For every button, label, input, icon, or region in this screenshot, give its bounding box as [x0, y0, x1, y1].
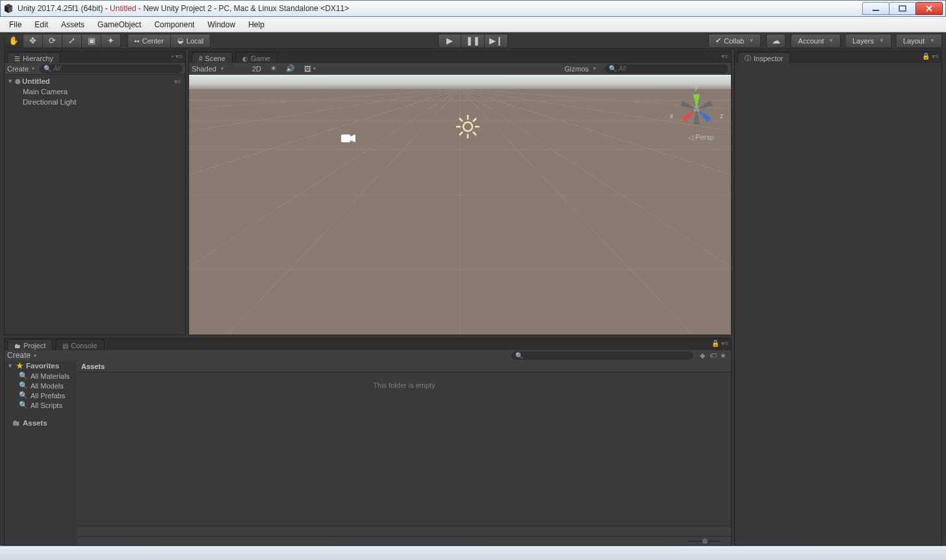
combined-icon: ✦: [107, 36, 114, 45]
scene-row[interactable]: ▼ ⬣ Untitled ▾≡: [5, 76, 185, 86]
filter-by-label-button[interactable]: 🏷: [708, 351, 718, 359]
search-placeholder: All: [53, 65, 60, 72]
hierarchy-item-light[interactable]: Directional Light: [5, 97, 185, 107]
audio-icon: 🔊: [286, 64, 295, 72]
scene-search-input[interactable]: 🔍All: [605, 64, 728, 73]
camera-gizmo-icon[interactable]: [341, 133, 355, 144]
unity-scene-icon: ⬣: [15, 78, 21, 85]
window-titlebar: Unity 2017.4.25f1 (64bit) - Untitled - N…: [0, 0, 946, 17]
fx-dropdown[interactable]: 🖼▾: [304, 65, 316, 73]
menu-component[interactable]: Component: [149, 19, 199, 31]
menu-help[interactable]: Help: [243, 19, 270, 31]
layout-label: Layout: [903, 37, 925, 45]
scale-tool-button[interactable]: ⤢: [62, 34, 82, 48]
move-icon: ✥: [29, 36, 36, 45]
layout-dropdown[interactable]: Layout▼: [897, 34, 942, 48]
shading-dropdown[interactable]: Shaded▾: [192, 65, 224, 73]
chevron-down-icon: ▼: [879, 38, 884, 44]
panel-options[interactable]: 🔒 ▾≡: [711, 340, 728, 347]
inspector-tab[interactable]: ⓘInspector: [737, 52, 790, 63]
svg-line-16: [189, 89, 460, 257]
editor-root: ✋ ✥ ⟳ ⤢ ▣ ✦ ▪▪Center ◒Local ▶ ❚❚ ▶❙ ✔Col…: [0, 32, 946, 546]
fav-all-scripts[interactable]: 🔍All Scripts: [5, 400, 77, 410]
axis-z-label: z: [720, 112, 723, 120]
project-create-dropdown[interactable]: Create▾: [7, 351, 36, 360]
play-button[interactable]: ▶: [438, 34, 461, 48]
orientation-gizmo[interactable]: x y z: [674, 86, 719, 138]
filter-by-type-button[interactable]: ◆: [697, 351, 708, 360]
svg-line-31: [473, 118, 476, 121]
transform-tool-button[interactable]: ✦: [101, 34, 121, 48]
rotate-tool-button[interactable]: ⟳: [43, 34, 62, 48]
scene-icon: #: [199, 55, 203, 62]
star-icon: ★: [16, 361, 23, 370]
step-button[interactable]: ▶❙: [485, 34, 508, 48]
svg-line-14: [189, 89, 460, 335]
pause-button[interactable]: ❚❚: [461, 34, 485, 48]
svg-marker-23: [350, 134, 355, 142]
slider-knob[interactable]: [702, 539, 708, 544]
menu-edit[interactable]: Edit: [29, 19, 53, 31]
collab-dropdown[interactable]: ✔Collab▼: [708, 34, 761, 48]
cloud-button[interactable]: ☁: [766, 34, 786, 48]
account-dropdown[interactable]: Account▼: [791, 34, 841, 48]
window-maximize-button[interactable]: [889, 2, 916, 15]
pivot-toggle[interactable]: ▪▪Center: [127, 34, 171, 48]
svg-point-24: [463, 122, 472, 131]
mode-2d-toggle[interactable]: 2D: [252, 65, 261, 73]
window-minimize-button[interactable]: [862, 2, 889, 15]
hand-tool-button[interactable]: ✋: [4, 34, 23, 48]
scene-toolbar: Shaded▾ 2D ☀ 🔊 🖼▾ Gizmos▾ 🔍All: [189, 63, 731, 75]
svg-marker-38: [697, 101, 713, 109]
shading-label: Shaded: [192, 65, 216, 73]
svg-marker-39: [680, 101, 697, 109]
search-icon: 🔍: [515, 352, 523, 359]
fav-all-prefabs[interactable]: 🔍All Prefabs: [5, 390, 77, 400]
fav-all-materials[interactable]: 🔍All Materials: [5, 371, 77, 381]
project-tab[interactable]: 🖿Project: [7, 339, 53, 350]
fold-toggle[interactable]: ▼: [7, 363, 14, 369]
project-breadcrumb[interactable]: Assets: [77, 361, 731, 372]
save-search-button[interactable]: ★: [718, 351, 728, 360]
projection-label[interactable]: ◁ Persp: [688, 133, 714, 142]
fav-all-models[interactable]: 🔍All Models: [5, 381, 77, 390]
light-gizmo-icon[interactable]: [455, 114, 481, 140]
window-close-button[interactable]: [915, 2, 943, 15]
panel-options[interactable]: ▾≡: [721, 53, 728, 60]
pivot-label: Center: [142, 37, 164, 45]
project-search-input[interactable]: 🔍: [511, 351, 693, 360]
search-icon: 🔍: [19, 401, 28, 409]
hierarchy-item-camera[interactable]: Main Camera: [5, 86, 185, 97]
hierarchy-search-input[interactable]: 🔍All: [40, 64, 183, 73]
move-tool-button[interactable]: ✥: [23, 34, 43, 48]
scene-options[interactable]: ▾≡: [174, 78, 181, 85]
menu-window[interactable]: Window: [202, 19, 240, 31]
menu-assets[interactable]: Assets: [56, 19, 90, 31]
menu-file[interactable]: File: [4, 19, 27, 31]
fold-toggle[interactable]: ▼: [7, 78, 14, 84]
rect-tool-button[interactable]: ▣: [82, 34, 101, 48]
hierarchy-create-dropdown[interactable]: Create▾: [7, 65, 34, 73]
assets-root[interactable]: 🖿Assets: [5, 418, 77, 428]
create-label: Create: [7, 65, 29, 73]
chevron-down-icon: ▼: [930, 38, 935, 44]
console-tab[interactable]: ▤Console: [55, 339, 104, 350]
menu-gameobject[interactable]: GameObject: [92, 19, 146, 31]
scene-viewport[interactable]: x y z ◁ Persp: [189, 75, 731, 335]
rotate-icon: ⟳: [49, 36, 56, 45]
layers-dropdown[interactable]: Layers▼: [846, 34, 891, 48]
hierarchy-tab[interactable]: ☰Hierarchy: [7, 52, 60, 63]
account-label: Account: [798, 37, 824, 45]
rect-icon: ▣: [88, 36, 96, 45]
game-tab[interactable]: ◐Game: [235, 52, 277, 63]
panel-options[interactable]: 🔒 ▾≡: [922, 53, 939, 60]
scene-tab[interactable]: #Scene: [192, 52, 233, 63]
chevron-down-icon: ▾: [313, 66, 316, 71]
gizmos-dropdown[interactable]: Gizmos▾: [565, 65, 596, 73]
lighting-toggle[interactable]: ☀: [270, 64, 277, 73]
audio-toggle[interactable]: 🔊: [286, 64, 295, 73]
favorites-header[interactable]: ▼★Favorites: [5, 361, 77, 371]
chevron-down-icon: ▼: [748, 38, 754, 44]
handle-rotation-toggle[interactable]: ◒Local: [171, 34, 211, 48]
panel-options[interactable]: ▪ ▾≡: [172, 53, 183, 60]
